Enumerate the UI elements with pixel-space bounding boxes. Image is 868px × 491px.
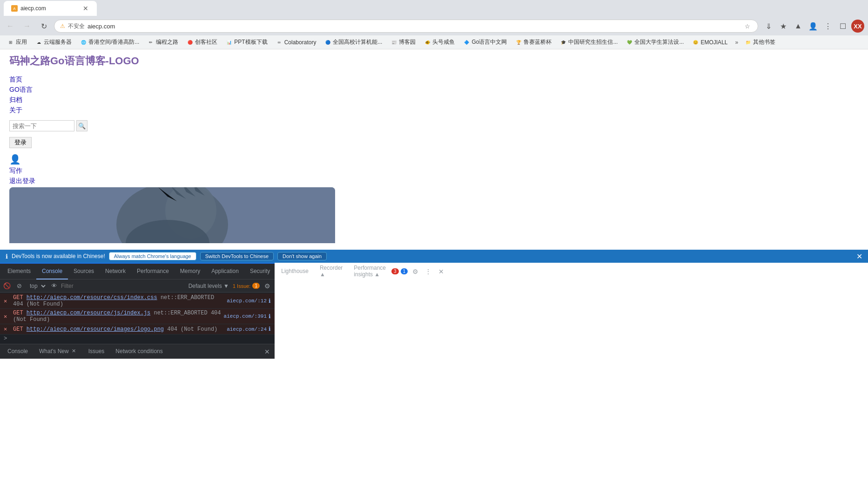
downloads-icon[interactable]: ⇓ — [762, 20, 775, 33]
bottom-console-label: Console — [7, 348, 28, 355]
tab-favicon: A — [11, 5, 18, 12]
notif-close-btn[interactable]: ✕ — [856, 252, 862, 261]
algo-icon: 💚 — [626, 39, 632, 46]
bottom-tab-network-conditions[interactable]: Network conditions — [110, 344, 168, 359]
profile-switch-icon[interactable]: 👤 — [807, 20, 820, 33]
dt-tab-performance[interactable]: Performance — [131, 264, 175, 280]
emoji-icon: 😊 — [692, 39, 699, 46]
bookmark-coding[interactable]: ✏ 编程之路 — [144, 37, 182, 47]
bookmark-cloud[interactable]: ☁ 云端服务器 — [32, 37, 75, 47]
reload-btn[interactable]: ↻ — [37, 20, 50, 33]
bookmark-go[interactable]: 🔷 Go语言中文网 — [459, 37, 511, 47]
log-row-2: ✕ GET http://aiecp.com/resource/js/index… — [0, 309, 275, 324]
filter-input[interactable] — [61, 283, 187, 289]
page-main: 码神之路Go语言博客-LOGO 首页 GO语言 归档 关于 🔍 登录 👤 — [0, 49, 868, 359]
dt-tab-memory[interactable]: Memory — [175, 264, 206, 280]
login-btn[interactable]: 登录 — [9, 137, 32, 148]
dt-more-btn[interactable]: ⋮ — [423, 266, 434, 277]
more-menu-btn[interactable]: ⋮ — [821, 20, 834, 33]
log-info-icon-1[interactable]: ℹ — [269, 298, 271, 305]
back-btn[interactable]: ← — [4, 20, 17, 33]
bookmark-colab[interactable]: ∞ Colaboratory — [272, 38, 320, 47]
dt-close-btn[interactable]: ✕ — [436, 266, 447, 277]
log-right-3[interactable]: aiecp.com/:24 — [227, 327, 267, 332]
nav-about[interactable]: 关于 — [9, 106, 22, 114]
bookmark-star-icon[interactable]: ☆ — [743, 21, 752, 31]
profile-avatar[interactable]: XX — [851, 20, 864, 33]
nav-home[interactable]: 首页 — [9, 75, 22, 83]
bookmark-grad[interactable]: 🎓 中国研究生招生信... — [556, 37, 621, 47]
address-bar-input[interactable]: ⚠ 不安全 aiecp.com ☆ — [54, 20, 758, 33]
active-tab[interactable]: A aiecp.com ✕ — [4, 1, 97, 16]
dt-settings-btn[interactable]: ⚙ — [410, 266, 421, 277]
console-settings-btn[interactable]: ⚙ — [262, 280, 273, 292]
dt-tab-application[interactable]: Application — [206, 264, 244, 280]
dt-tab-perf-insights[interactable]: Performance insights ▲ — [348, 264, 391, 280]
bookmark-other[interactable]: 📁 其他书签 — [741, 37, 779, 47]
bookmark-blog[interactable]: 📰 博客园 — [387, 37, 419, 47]
log-right-1[interactable]: aiecp.com/:12 — [227, 298, 267, 304]
fish-icon: 🐠 — [424, 39, 431, 46]
window-maximize-btn[interactable]: ☐ — [836, 20, 849, 33]
dt-tab-lighthouse[interactable]: Lighthouse — [276, 264, 314, 280]
grad-icon: 🎓 — [560, 39, 566, 46]
console-clear-btn[interactable]: 🚫 — [2, 281, 12, 291]
tab-close-btn[interactable]: ✕ — [82, 5, 89, 12]
log-link-1[interactable]: http://aiecp.com/resource/css/index.css — [27, 294, 157, 301]
error-icon-1: ✕ — [4, 298, 10, 305]
bottom-tabs: Console What's New ✕ Issues Network cond… — [0, 344, 275, 359]
dt-tab-security[interactable]: Security — [244, 264, 276, 280]
bottom-tab-console[interactable]: Console — [2, 344, 34, 359]
switch-devtools-btn[interactable]: Switch DevTools to Chinese — [200, 252, 274, 260]
user-write[interactable]: 写作 — [9, 167, 22, 174]
dt-tab-sources[interactable]: Sources — [68, 264, 100, 280]
user-logout[interactable]: 退出登录 — [9, 177, 35, 184]
user-icon: 👤 — [9, 154, 859, 165]
context-select[interactable]: top — [26, 282, 47, 290]
site-logo[interactable]: 码神之路Go语言博客-LOGO — [9, 54, 139, 68]
bookmark-ppt[interactable]: 📊 PPT模板下载 — [222, 37, 271, 47]
bottom-tab-whatsnew[interactable]: What's New ✕ — [34, 344, 83, 359]
dt-tab-network[interactable]: Network — [100, 264, 131, 280]
notif-text: DevTools is now available in Chinese! — [12, 253, 105, 259]
dt-tab-console[interactable]: Console — [36, 264, 68, 280]
console-prompt: > — [4, 335, 7, 342]
bookmark-fish[interactable]: 🐠 头号咸鱼 — [420, 37, 458, 47]
bookmark-icon[interactable]: ★ — [777, 20, 790, 33]
extensions-icon[interactable]: ▲ — [792, 20, 805, 33]
more-bookmarks-btn[interactable]: » — [733, 38, 740, 47]
log-link-2[interactable]: http://aiecp.com/resource/js/index.js — [27, 310, 150, 316]
bookmark-algo[interactable]: 💚 全国大学生算法设... — [622, 37, 687, 47]
logo-text: 码神之路Go语言博客-LOGO — [9, 55, 139, 67]
dt-tab-elements[interactable]: Elements — [2, 264, 36, 280]
bookmark-label: 全国大学生算法设... — [634, 38, 684, 46]
bookmark-label: 应用 — [16, 38, 27, 46]
nav-go[interactable]: GO语言 — [9, 86, 33, 93]
bookmark-apps[interactable]: ⊞ 应用 — [4, 37, 31, 47]
log-link-3[interactable]: http://aiecp.com/resource/images/logo.pn… — [27, 326, 164, 333]
bookmark-comp[interactable]: 🔵 全国高校计算机能... — [321, 37, 386, 47]
bookmark-maker[interactable]: 🔴 创客社区 — [183, 37, 221, 47]
log-info-icon-2[interactable]: ℹ — [269, 313, 271, 320]
nav-archive[interactable]: 归档 — [9, 96, 22, 103]
whatsnew-close-btn[interactable]: ✕ — [71, 348, 77, 355]
bookmark-emoji[interactable]: 😊 EMOJIALL — [688, 38, 731, 47]
bookmark-label: PPT模板下载 — [234, 38, 267, 46]
console-eye-btn[interactable]: 👁 — [49, 281, 59, 291]
console-prompt-row[interactable]: > — [0, 334, 275, 343]
bookmark-lanqiao[interactable]: 🏆 鲁赛蓝桥杯 — [511, 37, 555, 47]
dont-show-btn[interactable]: Don't show again — [277, 252, 327, 260]
search-btn[interactable]: 🔍 — [76, 120, 87, 131]
always-match-btn[interactable]: Always match Chrome's language — [109, 252, 196, 260]
log-info-icon-3[interactable]: ℹ — [269, 326, 271, 333]
search-input[interactable] — [9, 120, 74, 131]
log-right-2[interactable]: aiecp.com/:391 — [224, 314, 267, 319]
dt-tab-recorder[interactable]: Recorder ▲ — [314, 264, 348, 280]
bottom-tab-issues[interactable]: Issues — [83, 344, 110, 359]
default-levels-dropdown[interactable]: Default levels ▼ — [188, 283, 229, 289]
bottom-close-btn[interactable]: ✕ — [262, 346, 273, 357]
console-filter-btn[interactable]: ⊘ — [14, 281, 24, 291]
bookmark-hk[interactable]: 🌐 香港空间/香港高防... — [76, 37, 143, 47]
forward-btn[interactable]: → — [20, 20, 34, 33]
site-nav: 首页 GO语言 归档 关于 — [9, 75, 859, 115]
